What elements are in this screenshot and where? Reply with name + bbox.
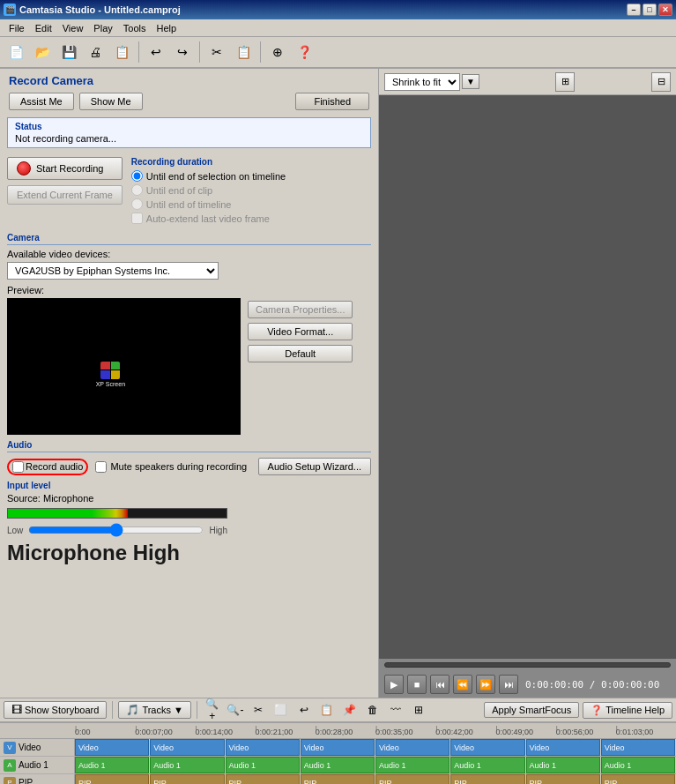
preview-label: Preview: [7, 285, 241, 295]
publish-button[interactable]: 📋 [109, 40, 134, 64]
split-button[interactable]: ⊞ [409, 700, 428, 720]
shrink-dropdown-button[interactable]: ▼ [462, 74, 479, 89]
duration-option-0[interactable]: Until end of selection on timeline [131, 170, 371, 182]
fast-backward-button[interactable]: ⏪ [453, 675, 472, 694]
level-slider[interactable] [28, 523, 204, 537]
duration-option-3[interactable]: Auto-extend last video frame [131, 213, 371, 224]
save-button[interactable]: 💾 [56, 40, 81, 64]
video-track-row: V Video Video Video Video Video Video Vi… [0, 739, 676, 757]
close-button[interactable]: ✕ [658, 4, 672, 16]
low-label: Low [7, 526, 23, 535]
apply-smartfocus-button[interactable]: Apply SmartFocus [484, 702, 579, 718]
new-button[interactable]: 📄 [4, 40, 28, 64]
video-clip: Video [375, 739, 449, 756]
source-row: Source: Microphone [7, 493, 371, 504]
preview-area: Preview: [7, 285, 371, 435]
timecode: 0:00:00:00 / 0:00:00:00 [525, 679, 659, 691]
show-storyboard-button[interactable]: 🎞 Show Storyboard [4, 701, 107, 719]
show-me-button[interactable]: Show Me [79, 93, 143, 110]
progress-bar-outer[interactable] [384, 662, 671, 668]
pip-clip: PIP [75, 774, 149, 784]
preview-expand-button[interactable]: ⊞ [555, 72, 575, 92]
rewind-button[interactable]: ⏮ [430, 675, 449, 694]
slider-container: Low High [7, 523, 227, 537]
video-clip: Video [450, 739, 524, 756]
start-recording-button[interactable]: Start Recording [7, 157, 123, 180]
redo-button[interactable]: ↪ [170, 40, 195, 64]
finished-button[interactable]: Finished [295, 93, 369, 110]
record-audio-checkbox[interactable] [12, 461, 24, 473]
preview-settings-button[interactable]: ⊟ [651, 72, 671, 92]
tracks-button[interactable]: 🎵 Tracks ▼ [118, 701, 190, 719]
level-bar [8, 509, 128, 518]
menu-view[interactable]: View [57, 21, 89, 35]
menu-edit[interactable]: Edit [30, 21, 57, 35]
shrink-to-fit-select[interactable]: Shrink to fit [384, 73, 460, 91]
cut-button[interactable]: ✂ [204, 40, 229, 64]
toolbar-separator-3 [260, 41, 261, 63]
assist-me-button[interactable]: Assist Me [9, 93, 74, 110]
zoom-out-button[interactable]: 🔍- [226, 700, 245, 720]
open-button[interactable]: 📂 [30, 40, 55, 64]
audio-track-content[interactable]: Audio 1 Audio 1 Audio 1 Audio 1 Audio 1 … [75, 757, 676, 773]
high-label: High [209, 526, 227, 535]
playback-controls: ▶ ■ ⏮ ⏪ ⏩ ⏭ 0:00:00:00 / 0:00:00:00 [379, 671, 676, 698]
preview-logo: XP Screen [96, 362, 125, 387]
copy-track-button[interactable]: 📋 [317, 700, 337, 720]
scissors-button[interactable]: ✂ [249, 700, 268, 720]
print-button[interactable]: 🖨 [83, 40, 108, 64]
recording-duration: Recording duration Until end of selectio… [131, 157, 371, 224]
tracks-label: Tracks [142, 705, 171, 715]
pip-clip: PIP [375, 774, 449, 784]
remove-track-button[interactable]: 🗑 [363, 700, 383, 720]
toolbar: 📄 📂 💾 🖨 📋 ↩ ↪ ✂ 📋 ⊕ ❓ [0, 37, 676, 69]
timeline-help-button[interactable]: ❓ Timeline Help [583, 702, 672, 719]
audio-setup-wizard-button[interactable]: Audio Setup Wizard... [258, 458, 371, 475]
camera-default-button[interactable]: Default [248, 345, 353, 362]
undo-track-button[interactable]: ↩ [294, 700, 314, 720]
mute-speakers-item[interactable]: Mute speakers during recording [95, 461, 247, 473]
copy-button[interactable]: 📋 [231, 40, 256, 64]
duration-option-2[interactable]: Until end of timeline [131, 198, 371, 210]
stop-button[interactable]: ■ [407, 675, 427, 694]
header-buttons: Assist Me Show Me Finished [9, 93, 369, 110]
minimize-button[interactable]: – [627, 4, 641, 16]
bottom-separator-1 [112, 701, 113, 719]
bottom-separator-2 [197, 701, 197, 719]
maximize-button[interactable]: □ [643, 4, 657, 16]
status-label: Status [15, 122, 363, 131]
paste-track-button[interactable]: 📌 [340, 700, 360, 720]
menu-file[interactable]: File [4, 21, 30, 35]
ripple-button[interactable]: 〰 [386, 700, 405, 720]
time-marker-1: 0:00:07;00 [135, 728, 195, 736]
menu-tools[interactable]: Tools [118, 21, 152, 35]
zoom-in-button[interactable]: 🔍+ [203, 700, 222, 720]
app-icon: 🎬 [4, 4, 16, 16]
fast-forward-button[interactable]: ⏩ [476, 675, 495, 694]
extend-current-frame-button[interactable]: Extend Current Frame [7, 185, 123, 205]
pip-clip: PIP [226, 774, 300, 784]
mute-speakers-label: Mute speakers during recording [110, 461, 247, 472]
video-format-button[interactable]: Video Format... [248, 323, 353, 340]
menu-play[interactable]: Play [88, 21, 117, 35]
camera-properties-button[interactable]: Camera Properties... [248, 301, 353, 318]
video-track-content[interactable]: Video Video Video Video Video Video Vide… [75, 739, 676, 756]
audio-track-row: A Audio 1 Audio 1 Audio 1 Audio 1 Audio … [0, 757, 676, 774]
duration-option-1[interactable]: Until end of clip [131, 184, 371, 196]
undo-button[interactable]: ↩ [144, 40, 168, 64]
timeline-help-label: Timeline Help [605, 705, 665, 715]
add-button[interactable]: ⊕ [265, 40, 290, 64]
titlebar-buttons: – □ ✕ [627, 4, 672, 16]
skip-forward-button[interactable]: ⏭ [499, 675, 518, 694]
pip-clip: PIP [450, 774, 524, 784]
help-button[interactable]: ❓ [292, 40, 316, 64]
bottom-toolbar: 🎞 Show Storyboard 🎵 Tracks ▼ 🔍+ 🔍- ✂ ⬜ ↩… [0, 698, 676, 722]
camera-device-select[interactable]: VGA2USB by Epiphan Systems Inc. [7, 262, 219, 280]
pip-track-icon: P [4, 777, 16, 785]
menu-help[interactable]: Help [151, 21, 182, 35]
pip-track-content[interactable]: PIP PIP PIP PIP PIP PIP PIP PIP [75, 774, 676, 784]
video-clip: Video [75, 739, 149, 756]
mute-speakers-checkbox[interactable] [95, 461, 107, 473]
frame-button[interactable]: ⬜ [271, 700, 291, 720]
play-pause-button[interactable]: ▶ [384, 675, 404, 694]
